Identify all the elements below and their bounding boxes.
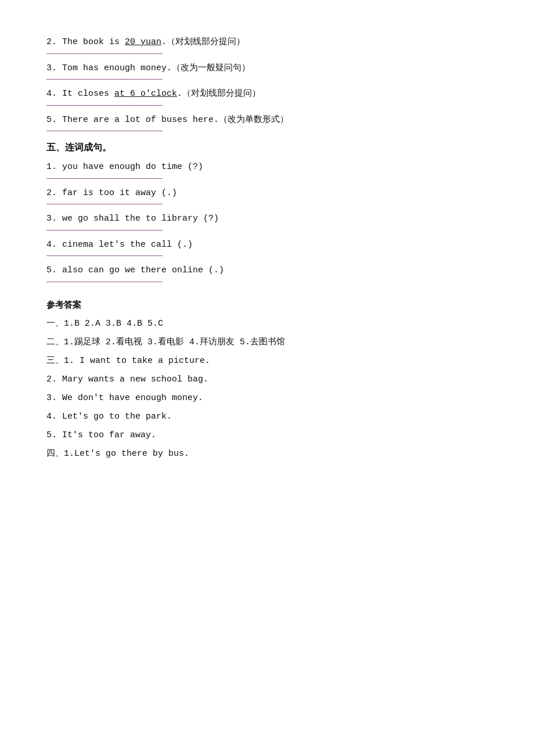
section5-title: 五、连词成句。 xyxy=(46,142,488,154)
item-num: 4. cinema let's the call (.) xyxy=(46,240,193,250)
item-num: 5. There are a lot of buses here. xyxy=(46,115,219,125)
item-suffix: .（对划线部分提问） xyxy=(161,37,245,47)
item-5-3: 3. we go shall the to library (?) xyxy=(46,211,488,231)
item-4-5-text: 5. There are a lot of buses here.（改为单数形式… xyxy=(46,113,488,128)
answer-2: 二、1.踢足球 2.看电视 3.看电影 4.拜访朋友 5.去图书馆 xyxy=(46,334,488,351)
answer-3-5: 5. It's too far away. xyxy=(46,427,488,444)
item-suffix: .（对划线部分提问） xyxy=(177,89,261,99)
item-suffix: （改为一般疑问句） xyxy=(172,63,250,73)
section5: 五、连词成句。 1. you have enough do time (?) 2… xyxy=(46,142,488,282)
answer-4-label: 四、 xyxy=(46,449,64,459)
item-4-3-text: 3. Tom has enough money.（改为一般疑问句） xyxy=(46,61,488,76)
answer-section: 参考答案 一、1.B 2.A 3.B 4.B 5.C 二、1.踢足球 2.看电视… xyxy=(46,300,488,463)
item-num: 5. also can go we there online (.) xyxy=(46,265,224,275)
item-5-2: 2. far is too it away (.) xyxy=(46,186,488,205)
item-num: 3. Tom has enough money. xyxy=(46,63,172,73)
answer-line-5-5 xyxy=(46,282,163,282)
item-num: 2. The book is xyxy=(46,37,125,47)
underline-part: at 6 o'clock xyxy=(114,89,177,99)
item-num: 1. you have enough do time (?) xyxy=(46,162,203,172)
answer-4-1: 1.Let's go there by bus. xyxy=(64,449,189,459)
answer-3-2: 2. Mary wants a new school bag. xyxy=(46,371,488,388)
item-num: 2. far is too it away (.) xyxy=(46,188,177,198)
answer-3-title: 三、1. I want to take a picture. xyxy=(46,352,488,370)
item-4-4: 4. It closes at 6 o'clock.（对划线部分提问） xyxy=(46,87,488,106)
answer-line-4-4 xyxy=(46,105,163,106)
answer-section3: 三、1. I want to take a picture. 2. Mary w… xyxy=(46,352,488,444)
item-4-3: 3. Tom has enough money.（改为一般疑问句） xyxy=(46,61,488,80)
answer-section4: 四、1.Let's go there by bus. xyxy=(46,445,488,463)
answer-3-label: 三、 xyxy=(46,356,64,366)
item-5-1-text: 1. you have enough do time (?) xyxy=(46,160,488,175)
item-num: 4. It closes xyxy=(46,89,114,99)
answer-3-1: 1. I want to take a picture. xyxy=(64,356,210,366)
item-4-2: 2. The book is 20 yuan.（对划线部分提问） xyxy=(46,35,488,54)
item-4-2-text: 2. The book is 20 yuan.（对划线部分提问） xyxy=(46,35,488,50)
item-5-2-text: 2. far is too it away (.) xyxy=(46,186,488,201)
underline-part: 20 yuan xyxy=(125,37,161,47)
item-4-4-text: 4. It closes at 6 o'clock.（对划线部分提问） xyxy=(46,87,488,102)
answer-line-4-5 xyxy=(46,131,163,131)
item-5-4: 4. cinema let's the call (.) xyxy=(46,237,488,257)
item-5-5-text: 5. also can go we there online (.) xyxy=(46,263,488,278)
answer-line-4-3 xyxy=(46,79,163,80)
answer-line-5-4 xyxy=(46,255,163,256)
main-content: 2. The book is 20 yuan.（对划线部分提问） 3. Tom … xyxy=(46,35,488,463)
item-4-5: 5. There are a lot of buses here.（改为单数形式… xyxy=(46,113,488,132)
answer-1: 一、1.B 2.A 3.B 4.B 5.C xyxy=(46,315,488,333)
item-5-4-text: 4. cinema let's the call (.) xyxy=(46,237,488,253)
answer-4-title: 四、1.Let's go there by bus. xyxy=(46,445,488,463)
section4-part: 2. The book is 20 yuan.（对划线部分提问） 3. Tom … xyxy=(46,35,488,131)
answer-line-5-2 xyxy=(46,204,163,204)
item-5-1: 1. you have enough do time (?) xyxy=(46,160,488,179)
answer-title: 参考答案 xyxy=(46,300,488,311)
item-num: 3. we go shall the to library (?) xyxy=(46,214,219,224)
answer-line-5-1 xyxy=(46,178,163,179)
item-5-3-text: 3. we go shall the to library (?) xyxy=(46,211,488,226)
answer-line-5-3 xyxy=(46,230,163,231)
answer-3-3: 3. We don't have enough money. xyxy=(46,390,488,407)
answer-3-4: 4. Let's go to the park. xyxy=(46,408,488,426)
item-5-5: 5. also can go we there online (.) xyxy=(46,263,488,282)
answer-line-4-2 xyxy=(46,53,163,54)
item-suffix: （改为单数形式） xyxy=(219,115,288,125)
